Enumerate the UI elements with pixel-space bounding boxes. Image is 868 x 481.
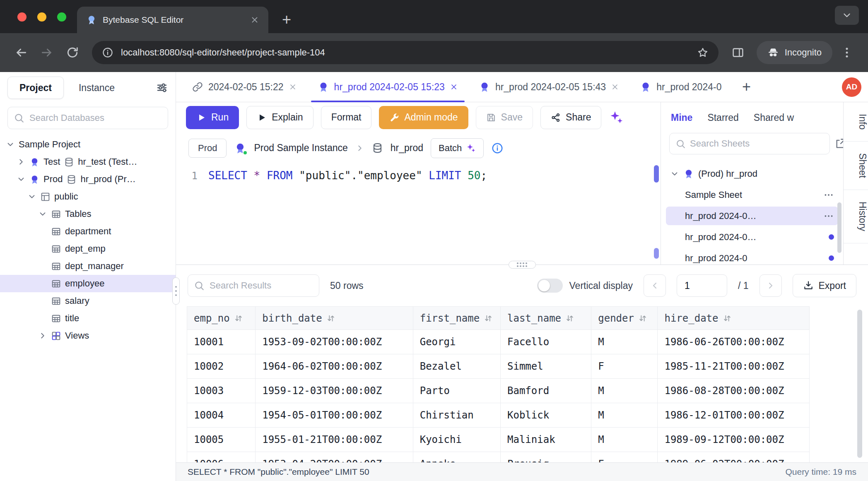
info-icon[interactable] <box>491 142 504 154</box>
reload-button[interactable] <box>61 41 84 64</box>
cell-last-name[interactable]: Koblick <box>500 403 591 428</box>
browser-menu-button[interactable] <box>836 41 858 64</box>
window-zoom-button[interactable] <box>57 12 66 22</box>
cell-last-name[interactable]: Preusig <box>500 452 591 463</box>
vertical-display-toggle[interactable] <box>537 279 563 293</box>
tree-item-department[interactable]: department <box>0 223 176 240</box>
sheet-item-sample-sheet[interactable]: Sample Sheet <box>666 185 838 204</box>
column-header-emp-no[interactable]: emp_no <box>187 307 256 330</box>
tree-item-title[interactable]: title <box>0 310 176 327</box>
sheet-item-hr-prod-2024-0[interactable]: hr_prod 2024-0… <box>666 207 838 225</box>
sheets-search-input[interactable] <box>690 138 824 149</box>
database-search-input[interactable] <box>29 113 162 123</box>
tab-instance[interactable]: Instance <box>79 82 115 94</box>
cell-last-name[interactable]: Bamford <box>500 379 591 403</box>
cell-hire-date[interactable]: 1986-08-28T00:00:00Z <box>658 379 810 403</box>
next-page-button[interactable] <box>760 274 782 297</box>
cell-gender[interactable]: F <box>591 452 658 463</box>
sheet-item-hr-prod-2024-0[interactable]: hr_prod 2024-0 <box>666 249 838 265</box>
cell-birth-date[interactable]: 1959-12-03T00:00:00Z <box>256 379 413 403</box>
cell-first-name[interactable]: Bezalel <box>413 354 500 379</box>
export-button[interactable]: Export <box>793 274 856 297</box>
cell-last-name[interactable]: Simmel <box>500 354 591 379</box>
sheet-tab-2024-02-05-15-22[interactable]: 2024-02-05 15:22 <box>183 72 306 102</box>
tree-item-tables[interactable]: Tables <box>0 205 176 223</box>
sheet-item-menu-icon[interactable] <box>823 211 834 221</box>
save-button[interactable]: Save <box>476 106 533 129</box>
new-tab-button[interactable]: + <box>277 10 297 29</box>
cell-emp-no[interactable]: 10003 <box>187 379 256 403</box>
cell-gender[interactable]: M <box>591 403 658 428</box>
tab-shared[interactable]: Shared w <box>754 112 794 123</box>
sheets-scrollbar-thumb[interactable] <box>837 202 841 253</box>
tree-item-salary[interactable]: salary <box>0 292 176 310</box>
results-scrollbar-thumb[interactable] <box>857 310 862 458</box>
bookmark-star-icon[interactable] <box>697 47 709 58</box>
cell-gender[interactable]: M <box>591 428 658 452</box>
cell-birth-date[interactable]: 1964-06-02T00:00:00Z <box>256 354 413 379</box>
share-button[interactable]: Share <box>540 106 601 129</box>
results-search-input[interactable] <box>210 280 313 291</box>
results-search-box[interactable] <box>188 274 319 297</box>
tree-item-public[interactable]: public <box>0 188 176 205</box>
column-header-gender[interactable]: gender <box>591 307 658 330</box>
explain-button[interactable]: Explain <box>246 106 313 129</box>
tree-item-employee[interactable]: employee <box>0 275 176 292</box>
sidebar-resize-handle[interactable] <box>172 277 180 305</box>
site-info-icon[interactable] <box>102 47 113 58</box>
panel-resize-handle[interactable] <box>509 261 536 269</box>
sheet-item-menu-icon[interactable] <box>823 190 834 200</box>
rail-tab-sheet[interactable]: Sheet <box>844 142 868 190</box>
sheet-tab-hr-prod-2024-0[interactable]: hr_prod 2024-0 <box>631 72 731 102</box>
sheet-tab-close-icon[interactable] <box>450 83 458 91</box>
cell-birth-date[interactable]: 1953-09-02T00:00:00Z <box>256 330 413 354</box>
page-number-input[interactable] <box>677 274 727 297</box>
database-name[interactable]: hr_prod <box>391 142 423 154</box>
tab-close-icon[interactable] <box>250 15 259 24</box>
open-sheet-icon[interactable] <box>835 138 843 149</box>
cell-first-name[interactable]: Chirstian <box>413 403 500 428</box>
forward-button[interactable] <box>36 41 58 64</box>
column-header-first-name[interactable]: first_name <box>413 307 500 330</box>
cell-birth-date[interactable]: 1955-01-21T00:00:00Z <box>256 428 413 452</box>
rail-tab-info[interactable]: Info <box>844 102 868 142</box>
editor-scrollbar-thumb[interactable] <box>654 165 659 183</box>
batch-button[interactable]: Batch <box>431 138 484 158</box>
cell-emp-no[interactable]: 10004 <box>187 403 256 428</box>
column-header-hire-date[interactable]: hire_date <box>658 307 810 330</box>
cell-birth-date[interactable]: 1954-05-01T00:00:00Z <box>256 403 413 428</box>
window-minimize-button[interactable] <box>37 12 46 22</box>
cell-hire-date[interactable]: 1986-06-26T00:00:00Z <box>658 330 810 354</box>
filter-settings-icon[interactable] <box>156 82 168 94</box>
tree-item-dept-emp[interactable]: dept_emp <box>0 240 176 257</box>
cell-first-name[interactable]: Georgi <box>413 330 500 354</box>
cell-last-name[interactable]: Maliniak <box>500 428 591 452</box>
tab-mine[interactable]: Mine <box>671 112 692 123</box>
url-text[interactable]: localhost:8080/sql-editor/sheet/project-… <box>121 47 690 58</box>
tree-item-sample-project[interactable]: Sample Project <box>0 136 176 153</box>
cell-emp-no[interactable]: 10001 <box>187 330 256 354</box>
sheet-tab-close-icon[interactable] <box>611 83 619 91</box>
cell-gender[interactable]: M <box>591 330 658 354</box>
prev-page-button[interactable] <box>644 274 666 297</box>
new-sheet-button[interactable]: + <box>737 78 755 96</box>
cell-gender[interactable]: F <box>591 354 658 379</box>
cell-emp-no[interactable]: 10002 <box>187 354 256 379</box>
cell-first-name[interactable]: Anneke <box>413 452 500 463</box>
column-header-last-name[interactable]: last_name <box>500 307 591 330</box>
format-button[interactable]: Format <box>321 106 372 129</box>
sql-editor[interactable]: 1SELECT * FROM "public"."employee" LIMIT… <box>176 164 661 265</box>
database-search-box[interactable] <box>7 107 168 129</box>
tree-item-dept-manager[interactable]: dept_manager <box>0 257 176 275</box>
cell-hire-date[interactable]: 1989-09-12T00:00:00Z <box>658 428 810 452</box>
cell-birth-date[interactable]: 1953-04-20T00:00:00Z <box>256 452 413 463</box>
tab-search-button[interactable] <box>835 6 859 25</box>
browser-tab[interactable]: Bytebase SQL Editor <box>77 7 268 33</box>
environment-chip[interactable]: Prod <box>188 139 227 158</box>
cell-gender[interactable]: M <box>591 379 658 403</box>
cell-emp-no[interactable]: 10006 <box>187 452 256 463</box>
cell-hire-date[interactable]: 1985-11-21T00:00:00Z <box>658 354 810 379</box>
sheet-item-prod-hr-prod[interactable]: (Prod) hr_prod <box>666 164 838 183</box>
instance-name[interactable]: Prod Sample Instance <box>254 142 347 154</box>
sheets-search-box[interactable] <box>669 133 830 154</box>
